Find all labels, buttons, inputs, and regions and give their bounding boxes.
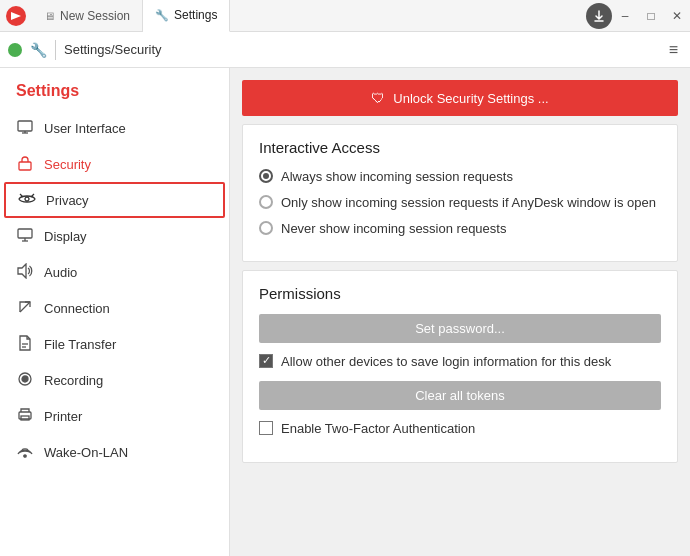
radio-only-open-circle [259,195,273,209]
title-bar: 🖥 New Session 🔧 Settings – □ ✕ [0,0,690,32]
sidebar-item-recording[interactable]: Recording [0,362,229,398]
svg-rect-5 [19,162,31,170]
sidebar-label-recording: Recording [44,373,103,388]
radio-only-open[interactable]: Only show incoming session requests if A… [259,194,661,212]
sidebar-item-privacy[interactable]: Privacy [4,182,225,218]
sidebar-label-display: Display [44,229,87,244]
sidebar-item-display[interactable]: Display [0,218,229,254]
tab-new-session[interactable]: 🖥 New Session [32,0,143,32]
sidebar-label-wake-on-lan: Wake-On-LAN [44,445,128,460]
download-icon [593,10,605,22]
radio-only-open-label: Only show incoming session requests if A… [281,194,656,212]
interactive-access-card: Interactive Access Always show incoming … [242,124,678,262]
wake-on-lan-icon [16,444,34,461]
recording-icon [16,371,34,390]
sidebar-item-security[interactable]: Security [0,146,229,182]
file-transfer-icon [16,335,34,354]
set-password-button[interactable]: Set password... [259,314,661,343]
app-logo [0,0,32,32]
shield-icon: 🛡 [371,90,385,106]
sidebar-item-file-transfer[interactable]: File Transfer [0,326,229,362]
menu-button[interactable]: ≡ [665,37,682,63]
radio-never[interactable]: Never show incoming session requests [259,220,661,238]
allow-save-row[interactable]: ✓ Allow other devices to save login info… [259,353,661,371]
svg-rect-9 [18,229,32,238]
lock-icon [16,155,34,174]
unlock-banner[interactable]: 🛡 Unlock Security Settings ... [242,80,678,116]
sidebar-label-privacy: Privacy [46,193,89,208]
unlock-banner-text: Unlock Security Settings ... [393,91,548,106]
sidebar-heading: Settings [0,76,229,110]
sidebar-item-connection[interactable]: Connection [0,290,229,326]
sidebar-label-file-transfer: File Transfer [44,337,116,352]
toolbar-separator [55,40,56,60]
audio-icon [16,263,34,282]
tab-settings[interactable]: 🔧 Settings [143,0,230,32]
svg-rect-2 [18,121,32,131]
minimize-button[interactable]: – [612,4,638,28]
svg-line-13 [20,302,30,312]
maximize-button[interactable]: □ [638,4,664,28]
main-layout: Settings User Interface Security [0,68,690,556]
download-button[interactable] [586,3,612,29]
sidebar-label-audio: Audio [44,265,77,280]
user-interface-icon [16,119,34,138]
sidebar-item-printer[interactable]: Printer [0,398,229,434]
permissions-title: Permissions [259,285,661,302]
content-area: 🛡 Unlock Security Settings ... Interacti… [230,68,690,556]
wrench-toolbar-icon: 🔧 [30,42,47,58]
radio-always[interactable]: Always show incoming session requests [259,168,661,186]
allow-save-checkbox[interactable]: ✓ [259,354,273,368]
sidebar-label-printer: Printer [44,409,82,424]
svg-rect-19 [21,416,29,420]
sidebar-item-audio[interactable]: Audio [0,254,229,290]
sidebar-item-wake-on-lan[interactable]: Wake-On-LAN [0,434,229,470]
svg-point-20 [24,454,26,456]
connection-icon [16,299,34,318]
two-factor-label: Enable Two-Factor Authentication [281,420,475,438]
radio-always-label: Always show incoming session requests [281,168,513,186]
privacy-icon [18,192,36,208]
two-factor-row[interactable]: Enable Two-Factor Authentication [259,420,661,438]
display-icon [16,228,34,245]
svg-marker-12 [18,264,26,278]
toolbar: 🔧 Settings/Security ≡ [0,32,690,68]
sidebar-item-user-interface[interactable]: User Interface [0,110,229,146]
close-button[interactable]: ✕ [664,4,690,28]
clear-tokens-button[interactable]: Clear all tokens [259,381,661,410]
sidebar-label-user-interface: User Interface [44,121,126,136]
interactive-access-title: Interactive Access [259,139,661,156]
radio-never-label: Never show incoming session requests [281,220,506,238]
svg-point-6 [25,197,29,201]
printer-icon [16,408,34,425]
anydesk-icon [5,5,27,27]
wrench-icon: 🔧 [155,9,169,22]
two-factor-checkbox[interactable] [259,421,273,435]
svg-point-17 [22,376,28,382]
status-indicator [8,43,22,57]
radio-always-circle [259,169,273,183]
radio-never-circle [259,221,273,235]
sidebar-label-connection: Connection [44,301,110,316]
breadcrumb: Settings/Security [64,42,162,57]
sidebar-label-security: Security [44,157,91,172]
sidebar: Settings User Interface Security [0,68,230,556]
permissions-card: Permissions Set password... ✓ Allow othe… [242,270,678,463]
monitor-icon: 🖥 [44,10,55,22]
allow-save-label: Allow other devices to save login inform… [281,353,611,371]
